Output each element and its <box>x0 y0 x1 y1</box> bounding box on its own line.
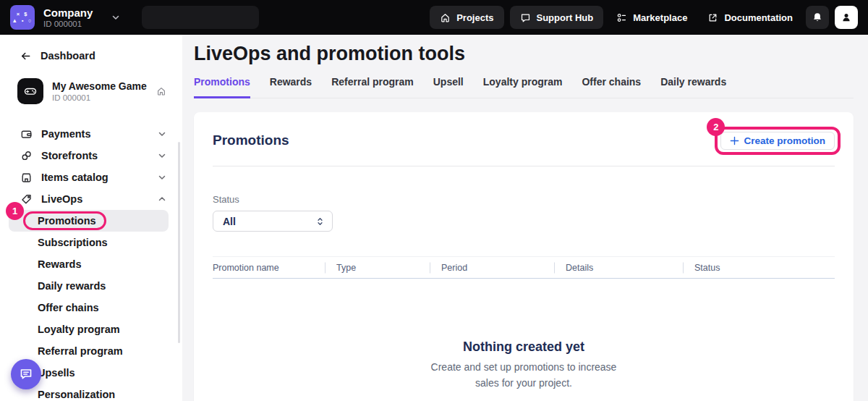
sidebar-item-label: Subscriptions <box>38 237 108 248</box>
sidebar-item-payments[interactable]: Payments <box>0 123 182 145</box>
list-icon <box>616 12 627 23</box>
project-id: ID 000001 <box>52 93 147 103</box>
tab-referral-program[interactable]: Referral program <box>331 76 414 98</box>
home-icon <box>440 12 451 23</box>
column-header-details[interactable]: Details <box>554 263 683 273</box>
plus-icon <box>730 136 739 145</box>
chevron-down-icon[interactable] <box>111 13 120 22</box>
back-to-dashboard[interactable]: Dashboard <box>0 45 182 67</box>
chevron-up-icon <box>158 195 166 203</box>
empty-state-title: Nothing created yet <box>463 339 584 355</box>
chat-icon <box>520 12 531 23</box>
support-hub-button[interactable]: Support Hub <box>510 6 604 29</box>
tab-bar: Promotions Rewards Referral program Upse… <box>194 76 854 98</box>
account-button[interactable] <box>835 6 858 29</box>
create-promotion-label: Create promotion <box>744 135 825 146</box>
project-meta: My Awesome Game ID 000001 <box>52 80 147 103</box>
chevron-down-icon <box>158 151 166 160</box>
external-link-icon <box>707 12 718 23</box>
column-header-promotion-name[interactable]: Promotion name <box>213 263 325 273</box>
sidebar-item-promotions[interactable]: 1 Promotions <box>9 210 169 232</box>
notifications-button[interactable] <box>806 6 829 29</box>
status-select[interactable]: All <box>213 211 333 232</box>
marketplace-link-label: Marketplace <box>633 12 687 23</box>
support-chat-fab[interactable] <box>11 359 41 389</box>
sidebar-item-label: Upsells <box>38 367 75 379</box>
sidebar-item-label: Items catalog <box>41 172 109 183</box>
gamepad-icon <box>17 78 43 104</box>
logo-glyph-row: × $ <box>17 12 29 17</box>
card-title: Promotions <box>213 132 289 148</box>
tag-icon <box>20 193 33 206</box>
sidebar-item-label: Loyalty program <box>38 324 120 335</box>
company-logo[interactable]: × $ ▲ ▪ ○ <box>10 5 35 30</box>
sidebar-item-label: Promotions <box>38 215 96 227</box>
sidebar-item-items-catalog[interactable]: Items catalog <box>0 166 182 188</box>
sidebar-item-storefronts[interactable]: Storefronts <box>0 145 182 166</box>
select-chevrons-icon <box>315 216 325 227</box>
tags-icon <box>20 150 33 162</box>
project-name: My Awesome Game <box>52 80 147 93</box>
shop-icon <box>20 172 33 184</box>
page-title: LiveOps and promotion tools <box>194 41 854 66</box>
chevron-down-icon <box>158 173 166 182</box>
column-header-type[interactable]: Type <box>325 263 430 273</box>
tab-rewards[interactable]: Rewards <box>270 76 312 98</box>
project-selector[interactable]: My Awesome Game ID 000001 <box>17 78 166 104</box>
table-header-row: Promotion name Type Period Details Statu… <box>213 256 835 279</box>
create-promotion-button[interactable]: Create promotion <box>720 132 835 150</box>
sidebar-item-label: Rewards <box>38 258 81 270</box>
sidebar-item-loyalty-program[interactable]: Loyalty program <box>0 318 182 340</box>
wallet-icon <box>20 128 33 140</box>
sidebar-item-label: Offer chains <box>38 302 99 313</box>
home-icon[interactable] <box>156 86 166 96</box>
main-content: LiveOps and promotion tools Promotions R… <box>182 35 868 401</box>
company-name: Company <box>43 7 93 19</box>
company-switcher[interactable]: Company ID 000001 <box>43 7 93 29</box>
logo-glyph-row: ▲ ▪ ○ <box>12 18 33 24</box>
sidebar-item-rewards[interactable]: Rewards <box>0 253 182 275</box>
sidebar-scrollbar[interactable] <box>178 142 180 343</box>
topbar: × $ ▲ ▪ ○ Company ID 000001 Projects Sup… <box>0 0 868 35</box>
tab-promotions[interactable]: Promotions <box>194 76 250 98</box>
chat-bubble-icon <box>18 366 34 382</box>
support-hub-button-label: Support Hub <box>537 12 594 23</box>
promotions-card: Promotions 2 Create promotion Status <box>194 112 854 401</box>
back-arrow-icon <box>20 51 31 62</box>
sidebar-item-label: Daily rewards <box>38 280 106 292</box>
sidebar-item-label: Payments <box>41 128 91 140</box>
projects-button-label: Projects <box>456 12 493 23</box>
chevron-down-icon <box>158 130 166 138</box>
sidebar-item-subscriptions[interactable]: Subscriptions <box>0 232 182 253</box>
column-header-period[interactable]: Period <box>430 263 554 273</box>
company-id: ID 000001 <box>43 19 93 29</box>
status-filter: Status All <box>213 194 835 232</box>
sidebar-item-offer-chains[interactable]: Offer chains <box>0 297 182 318</box>
sidebar-item-label: Referral program <box>38 345 123 357</box>
documentation-link-label: Documentation <box>724 12 793 23</box>
status-select-value: All <box>223 216 236 227</box>
tab-offer-chains[interactable]: Offer chains <box>582 76 641 98</box>
documentation-link[interactable]: Documentation <box>707 12 793 23</box>
card-divider <box>213 166 835 166</box>
sidebar: Dashboard My Awesome Game ID 000001 Paym… <box>0 35 182 401</box>
bell-icon <box>812 12 823 23</box>
sidebar-item-label: Storefronts <box>41 150 98 161</box>
card-header: Promotions 2 Create promotion <box>194 112 854 150</box>
sidebar-item-liveops[interactable]: LiveOps <box>0 188 182 210</box>
topbar-placeholder-box <box>142 6 259 29</box>
create-promotion-wrap: 2 Create promotion <box>720 132 835 150</box>
back-label: Dashboard <box>41 50 95 62</box>
empty-state-description: Create and set up promotions to increase… <box>425 359 622 391</box>
marketplace-link[interactable]: Marketplace <box>616 12 687 23</box>
sidebar-item-daily-rewards[interactable]: Daily rewards <box>0 275 182 297</box>
topbar-nav: Projects Support Hub Marketplace <box>430 6 858 29</box>
column-header-status[interactable]: Status <box>683 263 835 273</box>
tab-loyalty-program[interactable]: Loyalty program <box>483 76 563 98</box>
sidebar-item-label: LiveOps <box>41 193 82 205</box>
tab-daily-rewards[interactable]: Daily rewards <box>660 76 726 98</box>
empty-state: Nothing created yet Create and set up pr… <box>194 339 854 391</box>
tab-upsell[interactable]: Upsell <box>433 76 464 98</box>
user-icon <box>841 12 852 23</box>
projects-button[interactable]: Projects <box>430 6 503 29</box>
